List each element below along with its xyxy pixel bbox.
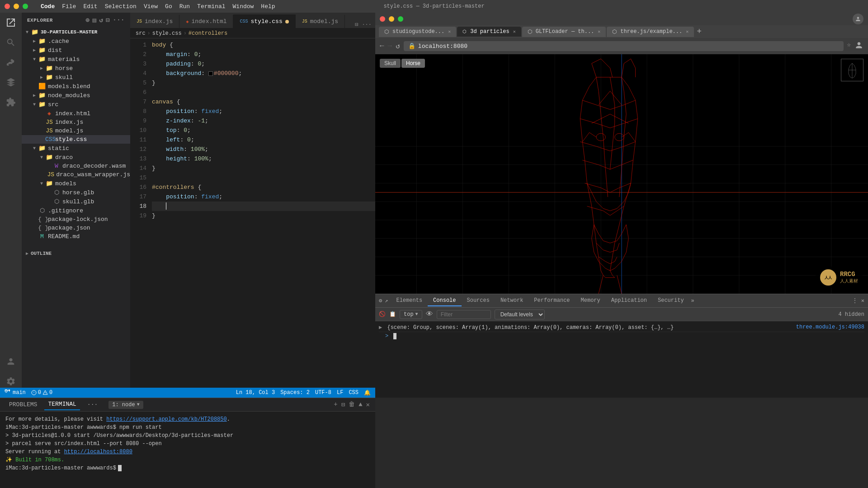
refresh-icon[interactable]: ↺ (99, 16, 103, 24)
menu-window[interactable]: Window (233, 3, 254, 10)
threejs-tab-close-icon[interactable]: ✕ (686, 29, 689, 34)
tab-application[interactable]: Application (606, 296, 652, 306)
tab-elements[interactable]: Elements (391, 296, 428, 306)
sidebar-item-index-html[interactable]: ◈ index.html (22, 109, 130, 118)
browser-close[interactable] (380, 16, 385, 22)
breadcrumb-selector[interactable]: #controllers (189, 30, 227, 37)
terminal-session-selector[interactable]: 1: node ▼ (108, 401, 143, 409)
split-editor-icon[interactable]: ⊟ (355, 21, 358, 28)
sidebar-item-package-json[interactable]: { } package.json (22, 224, 130, 232)
devtools-more-icon[interactable]: ⋮ (852, 297, 858, 304)
new-file-icon[interactable]: ⊕ (86, 16, 90, 24)
tab-sources[interactable]: Sources (462, 296, 495, 306)
sidebar-item-static[interactable]: ▼ 📁 static (22, 144, 130, 153)
context-selector[interactable]: top ▼ (400, 310, 422, 319)
console-source[interactable]: three.module.js:49038 (796, 324, 864, 331)
terminal-tab[interactable]: TERMINAL (44, 399, 80, 410)
settings-icon[interactable] (5, 375, 17, 388)
console-prompt[interactable]: > (379, 332, 864, 340)
menu-edit[interactable]: Edit (83, 3, 97, 10)
eol-info[interactable]: LF (337, 389, 343, 396)
skull-button[interactable]: Skull (380, 59, 401, 68)
sidebar-item-skull[interactable]: ▶ 📁 skull (22, 73, 130, 82)
nav-forward[interactable]: → (388, 42, 392, 50)
active-tab-close-icon[interactable]: ✕ (513, 29, 516, 34)
address-bar[interactable]: 🔒 localhost:8080 (404, 41, 844, 51)
tab-network[interactable]: Network (495, 296, 528, 306)
breadcrumb-src[interactable]: src (136, 30, 146, 37)
sidebar-item-dist[interactable]: ▶ 📁 dist (22, 46, 130, 55)
devtools-settings-icon[interactable]: ⚙ (379, 297, 382, 304)
root-folder[interactable]: ▼ 📁 3D-PARTICLES-MASTER (22, 28, 130, 37)
more-devtools-tabs[interactable]: » (691, 298, 694, 304)
more-options-icon[interactable]: ··· (113, 16, 125, 24)
nav-refresh[interactable]: ↺ (396, 42, 400, 51)
split-terminal-icon[interactable]: ⊟ (341, 401, 345, 408)
sidebar-item-draco-wrapper[interactable]: JS draco_wasm_wrapper.js (22, 170, 130, 179)
code-content[interactable]: body { margin: 0; padding: 0; background… (152, 38, 375, 388)
tab-memory[interactable]: Memory (576, 296, 606, 306)
log-levels-select[interactable]: Default levels (495, 310, 545, 319)
sidebar-item-readme[interactable]: M README.md (22, 232, 130, 241)
close-terminal-icon[interactable]: ✕ (366, 401, 370, 408)
devtools-inspect-icon[interactable]: ↗ (385, 297, 388, 304)
sidebar-item-models[interactable]: ▼ 📁 models (22, 179, 130, 188)
sidebar-item-gitignore[interactable]: ⬡ .gitignore (22, 206, 130, 215)
sidebar-item-materials[interactable]: ▼ 📁 materials (22, 55, 130, 64)
browser-tab-gltfloader[interactable]: ⬡ GLTFLoader — th... ✕ (522, 27, 606, 37)
tab-console[interactable]: Console (428, 296, 461, 306)
eye-icon[interactable]: 👁 (426, 310, 433, 319)
error-count[interactable]: 0 0 (31, 389, 52, 396)
menu-run[interactable]: Run (179, 3, 190, 10)
menu-go[interactable]: Go (165, 3, 172, 10)
tab-performance[interactable]: Performance (528, 296, 575, 306)
tab-index-js[interactable]: JS index.js (130, 15, 179, 28)
preview-thumbnail[interactable] (841, 59, 863, 81)
menu-code[interactable]: Code (41, 3, 55, 10)
profile-avatar[interactable] (853, 14, 863, 24)
trash-terminal-icon[interactable]: 🗑 (349, 401, 355, 408)
encoding-info[interactable]: UTF-8 (315, 389, 331, 396)
add-terminal-icon[interactable]: + (334, 401, 337, 408)
sidebar-item-cache[interactable]: ▶ 📁 .cache (22, 37, 130, 46)
tab-model-js[interactable]: JS model.js (296, 15, 345, 28)
sidebar-item-package-lock[interactable]: { } package-lock.json (22, 215, 130, 224)
tab-style-css[interactable]: CSS style.css (233, 14, 295, 28)
bookmark-icon[interactable]: ☆ (847, 41, 851, 52)
new-tab-button[interactable]: + (697, 27, 702, 36)
tab-security[interactable]: Security (652, 296, 689, 306)
git-branch[interactable]: main (5, 389, 26, 396)
sidebar-item-skull-glb[interactable]: ⬡ skull.glb (22, 197, 130, 206)
search-icon[interactable] (5, 36, 17, 49)
more-editor-icon[interactable]: ··· (362, 22, 372, 28)
sidebar-item-src[interactable]: ▼ 📁 src (22, 100, 130, 109)
sidebar-item-horse-glb[interactable]: ⬡ horse.glb (22, 188, 130, 197)
clear-console-icon[interactable]: 🚫 (379, 311, 386, 318)
devtools-close-icon[interactable]: ✕ (861, 297, 864, 304)
browser-minimize[interactable] (389, 16, 394, 22)
nav-back[interactable]: ← (380, 42, 384, 50)
menu-help[interactable]: Help (261, 3, 275, 10)
gltf-tab-close-icon[interactable]: ✕ (598, 29, 600, 34)
terminal-prompt-line[interactable]: iMac:3d-particles-master awwwards$ (5, 464, 370, 472)
sidebar-item-node-modules[interactable]: ▶ 📁 node_modules (22, 91, 130, 100)
extensions-icon[interactable] (5, 96, 17, 108)
browser-maximize[interactable] (398, 16, 403, 22)
browser-tab-3dparticles[interactable]: ⬡ 3d particles ✕ (457, 27, 521, 37)
account-icon[interactable] (5, 355, 17, 368)
sidebar-item-model-js[interactable]: JS model.js (22, 127, 130, 135)
profile-nav-icon[interactable] (854, 41, 863, 52)
problems-tab[interactable]: PROBLEMS (5, 399, 41, 410)
notifications-icon[interactable]: 🔔 (364, 389, 371, 396)
spaces-info[interactable]: Spaces: 2 (280, 389, 310, 396)
console-filter-input[interactable] (437, 310, 491, 319)
apple-support-link[interactable]: https://support.apple.com/kb/HT208850 (106, 416, 226, 422)
breadcrumb-file[interactable]: style.css (152, 30, 182, 37)
menu-view[interactable]: View (144, 3, 158, 10)
outline-header[interactable]: ▶ OUTLINE (22, 250, 130, 257)
sidebar-item-index-js[interactable]: JS index.js (22, 118, 130, 127)
browser-tab-studiogustode[interactable]: ⬡ studiogustode... ✕ (379, 27, 456, 37)
collapse-icon[interactable]: ⊟ (106, 16, 110, 24)
sidebar-item-models-blend[interactable]: 🟧 models.blend (22, 82, 130, 91)
menu-selection[interactable]: Selection (105, 3, 137, 10)
